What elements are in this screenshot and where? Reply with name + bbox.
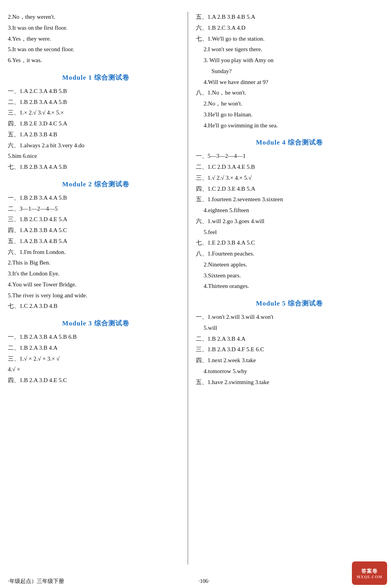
m4-s4: 五、1.fourteen 2.seventeen 3.sixteen (196, 194, 383, 205)
m2-s9: 5.The river is very long and wide. (8, 290, 184, 301)
m1-s5: 六、1.always 2.a bit 3.very 4.do (8, 140, 184, 151)
m4-s12: 4.Thirteen oranges. (196, 281, 383, 292)
module2-title: Module 2 综合测试卷 (8, 180, 184, 189)
r-intro-10: 4.He'll go swimming in the sea. (196, 120, 383, 131)
m2-s10: 七、1.C 2.A 3.D 4.B (8, 301, 184, 312)
m1-s7: 七、1.B 2.B 3.A 4.A 5.B (8, 162, 184, 173)
module1-section: 一、1.A 2.C 3.A 4.B 5.B 二、1.B 2.B 3.A 4.A … (8, 86, 184, 173)
r-intro-9: 3.He'll go to Hainan. (196, 109, 383, 120)
m5-s6: 五、1.have 2.swimming 3.take (196, 377, 383, 388)
intro-line-1: 2.No，they weren't. (8, 12, 184, 23)
m5-s2: 二、1.B 2.A 3.B 4.A (196, 334, 383, 345)
intro-line-2: 3.It was on the first floor. (8, 23, 184, 34)
intro-line-4: 5.It was on the second floor. (8, 44, 184, 55)
r-intro-0: 五、1.A 2.B 3.B 4.B 5.A (196, 12, 383, 23)
m3-s0: 一、1.B 2.A 3.B 4.A 5.B 6.B (8, 332, 184, 343)
m1-s2: 三、1.× 2.√ 3.√ 4.× 5.× (8, 107, 184, 118)
m2-s7: 3.It's the London Eye. (8, 268, 184, 279)
m2-s5: 六、1.I'm from London. (8, 247, 184, 258)
right-column: 五、1.A 2.B 3.B 4.B 5.A 六、1.B 2.C 3.A 4.D … (188, 12, 383, 565)
m5-s3: 三、1.B 2.A 3.D 4.F 5.E 6.C (196, 344, 383, 355)
m1-s0: 一、1.A 2.C 3.A 4.B 5.B (8, 86, 184, 97)
footer-left: ·年级起点）三年级下册 (8, 578, 64, 585)
m5-s5: 4.tomorrow 5.why (196, 366, 383, 377)
module4-section: 一、5—3—2—4—1 二、1.C 2.D 3.A 4.E 5.B 三、1.√ … (196, 151, 383, 292)
intro-line-5: 6.Yes，it was. (8, 55, 184, 66)
module5-title: Module 5 综合测试卷 (196, 299, 383, 308)
m4-s7: 5.feel (196, 227, 383, 238)
footer-center: ·106· (199, 578, 210, 584)
module2-section: 一、1.B 2.B 3.A 4.A 5.B 二、3—1—2—4—5 三、1.B … (8, 193, 184, 312)
m3-s2: 三、1.√ × 2.√ × 3.× √ (8, 354, 184, 365)
m2-s1: 二、3—1—2—4—5 (8, 204, 184, 214)
r-intro-5: Sunday? (196, 66, 383, 77)
m1-s1: 二、1.B 2.B 3.A 4.A 5.B (8, 97, 184, 108)
r-intro-8: 2.No，he won't. (196, 98, 383, 109)
m3-s1: 二、1.B 2.A 3.B 4.A (8, 343, 184, 354)
r-intro-7: 八、1.No，he won't. (196, 88, 383, 98)
m2-s4: 五、1.A 2.B 3.A 4.B 5.A (8, 236, 184, 247)
r-intro-4: 3. Will you play with Amy on (196, 55, 383, 66)
m4-s8: 七、1.E 2.D 3.B 4.A 5.C (196, 238, 383, 248)
intro-line-3: 4.Yes，they were. (8, 34, 184, 45)
m2-s8: 4.You will see Tower Bridge. (8, 279, 184, 290)
module1-title: Module 1 综合测试卷 (8, 73, 184, 82)
m5-s1: 5.will (196, 323, 383, 334)
watermark-line2: MXQE.COM (357, 575, 382, 579)
watermark: 答案卷 MXQE.COM (352, 561, 387, 585)
r-intro-2: 七、1.We'll go to the station. (196, 34, 383, 45)
m2-s6: 2.This is Big Ben. (8, 257, 184, 268)
r-intro-6: 4.Will we have dinner at 9? (196, 77, 383, 88)
m4-s1: 二、1.C 2.D 3.A 4.E 5.B (196, 162, 383, 173)
module4-title: Module 4 综合测试卷 (196, 138, 383, 147)
m4-s9: 八、1.Fourteen peaches. (196, 248, 383, 259)
m1-s3: 四、1.B 2.E 3.D 4.C 5.A (8, 118, 184, 129)
m4-s3: 四、1.C 2.D 3.E 4.B 5.A (196, 184, 383, 195)
m3-s4: 四、1.B 2.A 3.D 4.E 5.C (8, 375, 184, 386)
module5-section: 一、1.won't 2.will 3.will 4.won't 5.will 二… (196, 312, 383, 388)
module3-section: 一、1.B 2.A 3.B 4.A 5.B 6.B 二、1.B 2.A 3.B … (8, 332, 184, 386)
m1-s6: 5.him 6.nice (8, 151, 184, 162)
m2-s2: 三、1.B 2.C 3.D 4.E 5.A (8, 214, 184, 225)
m3-s3: 4.√ × (8, 364, 184, 375)
m2-s3: 四、1.A 2.B 3.B 4.A 5.C (8, 225, 184, 236)
r-intro-1: 六、1.B 2.C 3.A 4.D (196, 23, 383, 34)
watermark-line1: 答案卷 (361, 568, 378, 575)
intro-section-left: 2.No，they weren't. 3.It was on the first… (8, 12, 184, 66)
left-column: 2.No，they weren't. 3.It was on the first… (8, 12, 188, 565)
m1-s4: 五、1.A 2.B 3.B 4.B (8, 129, 184, 140)
module3-title: Module 3 综合测试卷 (8, 319, 184, 328)
m4-s11: 3.Sixteen pears. (196, 270, 383, 281)
m4-s10: 2.Nineteen apples. (196, 259, 383, 270)
m4-s2: 三、1.√ 2.√ 3.× 4.× 5.√ (196, 173, 383, 184)
m5-s4: 四、1.next 2.week 3.take (196, 355, 383, 366)
r-intro-3: 2.I won't see tigers there. (196, 44, 383, 55)
footer: ·年级起点）三年级下册 ·106· (0, 575, 391, 588)
intro-section-right: 五、1.A 2.B 3.B 4.B 5.A 六、1.B 2.C 3.A 4.D … (196, 12, 383, 131)
m4-s5: 4.eighteen 5.fifteen (196, 205, 383, 216)
m4-s6: 六、1.will 2.go 3.goes 4.will (196, 216, 383, 227)
m5-s0: 一、1.won't 2.will 3.will 4.won't (196, 312, 383, 323)
m4-s0: 一、5—3—2—4—1 (196, 151, 383, 162)
m2-s0: 一、1.B 2.B 3.A 4.A 5.B (8, 193, 184, 204)
